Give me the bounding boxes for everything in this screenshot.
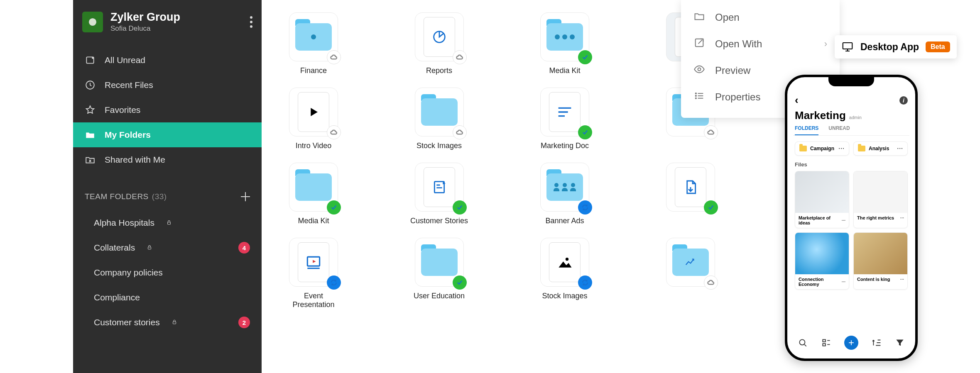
cloud-icon <box>453 50 467 64</box>
more-icon[interactable]: ··· <box>842 218 845 223</box>
lock-icon <box>147 244 152 251</box>
folder-icon <box>85 129 96 140</box>
svg-point-28 <box>698 68 701 71</box>
org-logo[interactable] <box>82 12 103 32</box>
mobile-folder-card[interactable]: Analysis ··· <box>853 141 908 156</box>
document-thumb <box>424 167 455 207</box>
file-tile[interactable]: Media Kit <box>282 163 345 225</box>
mobile-add-button[interactable]: + <box>844 336 858 350</box>
nav-label: Recent Files <box>105 80 153 90</box>
more-icon[interactable]: ··· <box>900 277 904 282</box>
file-tile[interactable]: Marketing Doc <box>534 88 596 150</box>
file-tile[interactable]: Event Presentation <box>282 238 345 309</box>
mobile-preview: ‹ i Marketing admin FOLDERS UNREAD Campa… <box>785 75 918 361</box>
mobile-filter-icon[interactable] <box>894 337 905 348</box>
mobile-folder-name: Campaign <box>810 146 834 151</box>
file-tile[interactable]: Stock Images <box>534 238 596 309</box>
syncing-icon <box>578 200 592 215</box>
document-thumb <box>424 17 455 57</box>
add-team-folder-icon[interactable] <box>241 192 250 201</box>
sync-ok-icon <box>578 125 592 139</box>
nav-all-unread[interactable]: All Unread <box>73 48 262 73</box>
document-thumb <box>298 92 329 132</box>
file-tile[interactable]: Intro Video <box>282 88 345 150</box>
file-label: Finance <box>300 66 327 75</box>
file-tile[interactable]: Media Kit <box>534 12 596 75</box>
more-icon[interactable]: ··· <box>897 145 903 152</box>
file-label: Stock Images <box>542 292 587 300</box>
cloud-icon <box>327 50 341 64</box>
nav-favorites[interactable]: Favorites <box>73 98 262 122</box>
nav-label: All Unread <box>105 55 145 65</box>
sync-ok-icon <box>578 50 592 64</box>
file-tile[interactable]: Stock Images <box>408 88 470 150</box>
mobile-file-thumb <box>854 233 907 274</box>
mobile-tab-folders[interactable]: FOLDERS <box>795 125 818 135</box>
mobile-info-icon[interactable]: i <box>899 96 908 105</box>
nav-my-folders[interactable]: My Folders <box>73 122 262 147</box>
chevron-right-icon: › <box>824 39 827 49</box>
org-name: Zylker Group <box>110 11 180 24</box>
file-tile[interactable]: Customer Stories <box>408 163 470 225</box>
context-menu-item[interactable]: Open With › <box>681 31 840 57</box>
mobile-tab-unread[interactable]: UNREAD <box>828 125 850 135</box>
sidebar-header: Zylker Group Sofia Deluca <box>73 0 262 45</box>
svg-point-26 <box>566 258 568 261</box>
sidebar-more-icon[interactable] <box>250 16 252 28</box>
file-label: Media Kit <box>549 66 580 75</box>
context-menu-label: Properties <box>715 91 760 103</box>
more-icon[interactable]: ··· <box>842 279 845 284</box>
file-tile[interactable]: Finance <box>282 12 345 75</box>
svg-rect-34 <box>823 339 826 341</box>
eye-icon <box>693 63 705 78</box>
mobile-file-name: Marketplace of ideas <box>799 215 842 225</box>
mobile-file-card[interactable]: Content is king ··· <box>853 232 908 290</box>
primary-nav: All Unread Recent Files Favorites My Fol… <box>73 45 262 172</box>
more-icon[interactable]: ··· <box>900 215 904 220</box>
file-grid: Finance Reports Media Kit Intro Video St… <box>282 12 735 309</box>
clock-icon <box>85 80 96 90</box>
mobile-file-card[interactable]: The right metrics ··· <box>853 171 908 228</box>
mobile-view-icon[interactable] <box>821 337 832 348</box>
user-name: Sofia Deluca <box>110 24 180 33</box>
mobile-back-icon[interactable]: ‹ <box>795 94 799 107</box>
mobile-file-card[interactable]: Connection Economy ··· <box>795 232 849 290</box>
svg-rect-24 <box>434 182 444 193</box>
file-label: Reports <box>426 66 452 75</box>
file-tile[interactable]: User Education <box>408 238 470 309</box>
svg-point-2 <box>92 57 94 59</box>
nav-recent-files[interactable]: Recent Files <box>73 73 262 98</box>
file-label: Marketing Doc <box>541 141 589 150</box>
team-folder-label: Compliance <box>94 293 140 302</box>
sync-ok-icon <box>453 200 467 215</box>
desktop-app-chip[interactable]: Desktop App Beta <box>835 35 957 59</box>
file-label: Event Presentation <box>282 292 345 309</box>
cloud-icon <box>453 125 467 139</box>
context-menu-item[interactable]: Open <box>681 4 840 31</box>
folder-thumb <box>295 23 332 51</box>
file-tile[interactable]: Reports <box>408 12 470 75</box>
team-folder-item[interactable]: Alpha Hospitals <box>73 210 262 235</box>
file-tile[interactable] <box>659 238 722 309</box>
team-folder-item[interactable]: Company policies <box>73 260 262 285</box>
team-folder-item[interactable]: Collaterals 4 <box>73 235 262 260</box>
sync-ok-icon <box>453 275 467 290</box>
mobile-sort-icon[interactable] <box>871 337 882 348</box>
more-icon[interactable]: ··· <box>838 145 845 152</box>
team-folder-list: Alpha Hospitals Collaterals 4 Company po… <box>73 210 262 335</box>
nav-shared-with-me[interactable]: Shared with Me <box>73 147 262 172</box>
cloud-icon <box>704 125 718 139</box>
syncing-icon <box>327 275 341 290</box>
file-tile[interactable]: Banner Ads <box>534 163 596 225</box>
file-tile[interactable] <box>659 163 722 225</box>
mobile-folder-card[interactable]: Campaign ··· <box>795 141 849 156</box>
folder-thumb <box>546 23 583 51</box>
team-folder-item[interactable]: Customer stories 2 <box>73 310 262 335</box>
unread-badge: 4 <box>238 242 250 254</box>
mobile-file-card[interactable]: Marketplace of ideas ··· <box>795 171 849 228</box>
mobile-bottom-bar: + <box>793 333 909 353</box>
team-folder-item[interactable]: Compliance <box>73 285 262 310</box>
external-icon <box>693 37 705 51</box>
nav-label: My Folders <box>105 130 151 140</box>
mobile-search-icon[interactable] <box>797 337 808 348</box>
